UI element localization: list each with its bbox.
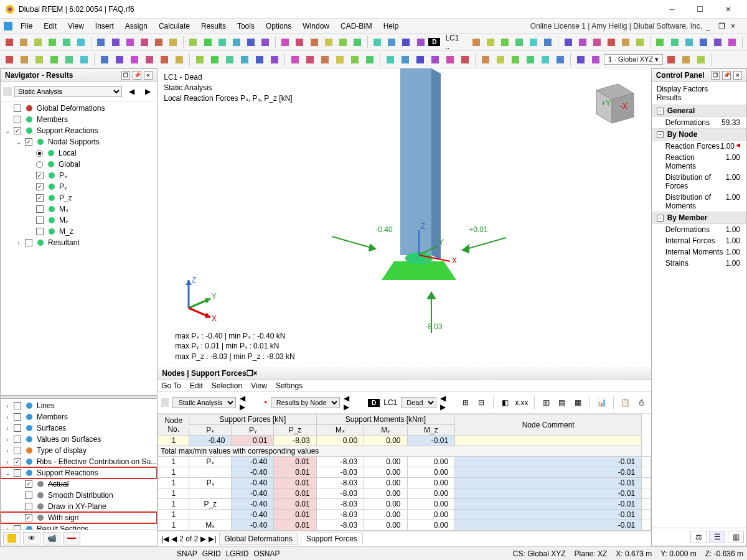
toolbar-icon[interactable] (498, 35, 511, 49)
tree-item[interactable]: ⌄Support Reactions (1, 467, 157, 478)
toolbar-icon[interactable] (527, 35, 540, 49)
minimize-button[interactable]: ─ (658, 1, 686, 18)
toolbar-icon[interactable] (288, 53, 302, 67)
toolbar-icon[interactable] (726, 35, 739, 49)
menu-tools[interactable]: Tools (232, 21, 260, 32)
table-menu-selection[interactable]: Selection (212, 381, 242, 390)
coord-select[interactable]: 1 - Global XYZ ▾ (604, 54, 663, 65)
tree-twisty-icon[interactable]: › (3, 436, 12, 443)
doc-restore-icon[interactable]: ❐ (718, 22, 731, 30)
toolbar-icon[interactable] (458, 53, 472, 67)
cp-factor-row[interactable]: Distribution of Moments1.00 (652, 192, 746, 212)
toolbar-icon[interactable] (664, 53, 678, 67)
toolbar-icon[interactable] (524, 53, 537, 67)
results-tree-lower[interactable]: ›Lines›Members›Surfaces›Values on Surfac… (1, 399, 157, 530)
toolbar-icon[interactable] (268, 53, 281, 67)
toolbar-icon[interactable] (413, 53, 427, 67)
toolbar-icon[interactable] (469, 35, 482, 49)
maximize-button[interactable]: ☐ (686, 1, 714, 18)
tree-item[interactable]: ›✓Ribs - Effective Contribution on Su... (1, 456, 157, 467)
radio[interactable] (36, 161, 43, 168)
toolbar-icon[interactable] (113, 53, 126, 67)
tree-twisty-icon[interactable]: › (3, 425, 12, 432)
toolbar-icon[interactable] (215, 35, 228, 49)
lc-label[interactable]: LC1 .. (441, 34, 468, 51)
tbl-btn-3[interactable]: ◧ (499, 396, 510, 409)
tree-item[interactable]: ⌄✓Nodal Supports (1, 136, 157, 147)
toolbar-icon[interactable] (109, 35, 122, 49)
toolbar-icon[interactable] (398, 53, 412, 67)
cp-group-header[interactable]: −By Member (652, 212, 746, 224)
toolbar-icon[interactable] (128, 53, 141, 67)
cp-factor-row[interactable]: Strains1.00 (652, 258, 746, 269)
tree-item[interactable]: Global (1, 159, 157, 170)
toolbar-icon[interactable] (308, 35, 321, 49)
table-menu-edit[interactable]: Edit (190, 381, 203, 390)
tree-item[interactable]: Draw in XY-Plane (1, 501, 157, 512)
tab-support-forces[interactable]: Support Forces (301, 533, 363, 545)
toolbar-icon[interactable] (553, 53, 567, 67)
toolbar-icon[interactable] (17, 53, 31, 67)
cp-factor-row[interactable]: Reaction Forces1.00◀ (652, 141, 746, 152)
toolbar-icon[interactable] (619, 35, 632, 49)
menu-cad-bim[interactable]: CAD-BIM (335, 21, 378, 32)
toolbar-icon[interactable] (77, 53, 91, 67)
tree-twisty-icon[interactable]: › (3, 414, 12, 421)
toolbar-icon[interactable] (208, 53, 222, 67)
toolbar-icon[interactable] (589, 53, 603, 67)
table-analysis-select[interactable]: Static Analysis (172, 397, 236, 408)
checkbox[interactable] (36, 217, 44, 224)
toolbar-icon[interactable] (167, 35, 180, 49)
toolbar-icon[interactable] (123, 35, 136, 49)
toolbar-icon[interactable] (654, 35, 667, 49)
checkbox[interactable] (14, 402, 21, 409)
tbl-btn-2[interactable]: ⊟ (475, 396, 487, 409)
toolbar-icon[interactable] (443, 53, 457, 67)
tree-item[interactable]: ›Values on Surfaces (1, 434, 157, 445)
toolbar-icon[interactable] (60, 35, 73, 49)
toolbar-icon[interactable] (172, 53, 186, 67)
tree-twisty-icon[interactable]: ⌄ (3, 470, 12, 477)
cp-tab-scale-icon[interactable]: ⚖ (690, 531, 707, 543)
cp-float-icon[interactable]: ❐ (711, 71, 720, 80)
toolbar-icon[interactable] (157, 53, 171, 67)
toolbar-icon[interactable] (712, 35, 725, 49)
toolbar-icon[interactable] (634, 35, 647, 49)
pager-last[interactable]: ▶| (209, 534, 216, 543)
snap-osnap[interactable]: OSNAP (251, 549, 282, 558)
checkbox[interactable] (14, 116, 21, 123)
toolbar-icon[interactable] (230, 35, 243, 49)
menu-insert[interactable]: Insert (90, 21, 120, 32)
table-menu-go to[interactable]: Go To (161, 381, 181, 390)
toolbar-icon[interactable] (193, 53, 207, 67)
toolbar-icon[interactable] (679, 53, 693, 67)
view-cube[interactable]: +Y -X (584, 75, 640, 131)
pager-first[interactable]: |◀ (161, 534, 169, 543)
tree-twisty-icon[interactable]: ⌄ (3, 128, 12, 134)
cp-group-header[interactable]: −General (652, 105, 746, 117)
checkbox[interactable]: ✓ (25, 138, 32, 146)
table-menu-view[interactable]: View (251, 381, 267, 390)
nav-tab-3[interactable]: 📹 (43, 532, 60, 544)
toolbar-icon[interactable] (350, 35, 364, 49)
toolbar-icon[interactable] (303, 53, 317, 67)
menu-options[interactable]: Options (260, 21, 297, 32)
toolbar-icon[interactable] (682, 35, 695, 49)
toolbar-icon[interactable] (694, 53, 708, 67)
toolbar-icon[interactable] (244, 35, 257, 49)
tbl-btn-1[interactable]: ⊞ (459, 396, 471, 409)
toolbar-icon[interactable] (17, 35, 30, 49)
nav-tab-4[interactable] (63, 532, 80, 544)
cp-factor-row[interactable]: Internal Moments1.00 (652, 246, 746, 258)
cp-factor-row[interactable]: Reaction Moments1.00 (652, 152, 746, 172)
cp-factor-row[interactable]: Deformations1.00 (652, 224, 746, 235)
menu-results[interactable]: Results (195, 21, 232, 32)
menu-window[interactable]: Window (297, 21, 335, 32)
nav-prev-icon[interactable]: ◀ (125, 85, 138, 98)
toolbar-icon[interactable] (542, 35, 555, 49)
toolbar-icon[interactable] (414, 35, 427, 49)
tab-global-def[interactable]: Global Deformations (219, 533, 298, 545)
toolbar-icon[interactable] (143, 53, 156, 67)
toolbar-icon[interactable] (590, 35, 603, 49)
tree-item[interactable]: ✓P_z (1, 192, 157, 203)
